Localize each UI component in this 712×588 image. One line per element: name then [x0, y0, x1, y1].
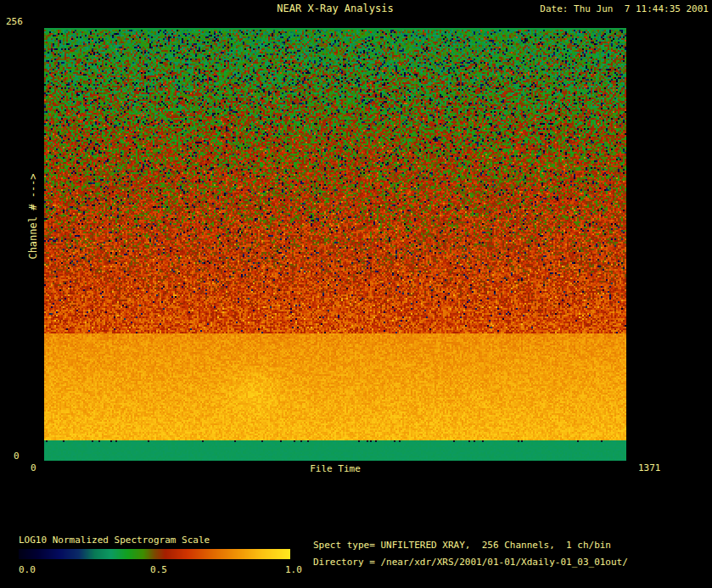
near-xray-analysis-window: NEAR X-Ray Analysis Date: Thu Jun 7 11:4…: [0, 0, 712, 588]
colorbar-gradient: [19, 549, 290, 559]
page-title: NEAR X-Ray Analysis: [44, 3, 626, 14]
y-axis-min-tick: 0: [14, 451, 20, 462]
date-stamp: Date: Thu Jun 7 11:44:35 2001: [540, 3, 709, 14]
colorbar-tick-0: 0.0: [19, 564, 36, 575]
directory-info: Directory = /near/xdr/XRS/2001/01-01/Xda…: [313, 557, 628, 568]
spect-type-info: Spect type= UNFILTERED XRAY, 256 Channel…: [313, 540, 611, 551]
x-axis-max-tick: 1371: [638, 462, 661, 473]
colorbar-tick-1: 1.0: [285, 564, 302, 575]
colorbar-tick-05: 0.5: [150, 564, 167, 575]
y-axis-max-tick: 256: [6, 16, 23, 27]
y-axis-label: Channel # --->: [28, 173, 39, 259]
x-axis-label: File Time: [44, 463, 626, 474]
x-axis-min-tick: 0: [31, 462, 36, 473]
spectrogram-canvas: [44, 28, 626, 461]
colorbar-title: LOG10 Normalized Spectrogram Scale: [19, 535, 210, 546]
